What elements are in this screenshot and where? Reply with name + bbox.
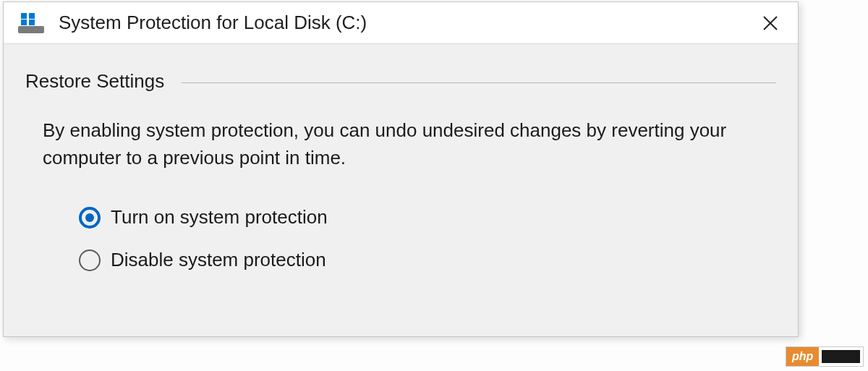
section-heading: Restore Settings: [25, 70, 164, 93]
section-description: By enabling system protection, you can u…: [43, 117, 737, 171]
section-divider: [182, 82, 776, 83]
radio-button-icon: [79, 250, 101, 271]
window-title: System Protection for Local Disk (C:): [59, 12, 750, 34]
radio-turn-on-protection[interactable]: Turn on system protection: [79, 206, 776, 229]
radio-label: Disable system protection: [111, 249, 326, 271]
close-button[interactable]: [750, 3, 791, 43]
radio-button-icon: [79, 207, 101, 229]
section-header: Restore Settings: [25, 70, 776, 93]
watermark-badge: php: [786, 346, 864, 367]
radio-label: Turn on system protection: [111, 206, 328, 229]
dialog-content: Restore Settings By enabling system prot…: [4, 44, 798, 271]
close-icon: [762, 15, 778, 31]
title-bar: System Protection for Local Disk (C:): [4, 2, 798, 44]
system-restore-icon: [18, 13, 44, 33]
system-protection-dialog: System Protection for Local Disk (C:) Re…: [3, 1, 799, 337]
radio-disable-protection[interactable]: Disable system protection: [79, 249, 776, 271]
protection-radio-group: Turn on system protection Disable system…: [79, 206, 776, 271]
watermark-bar: [822, 350, 860, 363]
watermark-text: php: [786, 347, 819, 366]
